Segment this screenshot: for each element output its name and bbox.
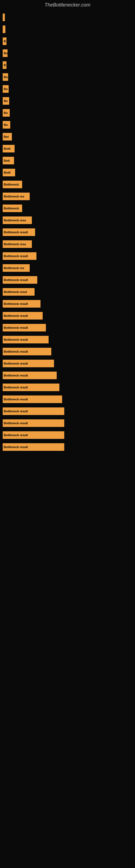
site-title: TheBottlenecker.com: [0, 0, 135, 9]
bar-item: Bo: [3, 50, 8, 57]
bar-row: Bottleneck result: [3, 370, 135, 381]
bar-item: Bottleneck result: [3, 431, 64, 439]
bar-item: Bo: [3, 121, 10, 129]
bar-item: Bottleneck result: [3, 372, 57, 379]
bar-row: Bottleneck result: [3, 274, 135, 286]
bar-row: B: [3, 59, 135, 71]
bar-item: Bottl: [3, 169, 15, 176]
bar-item: Bottleneck: [3, 181, 22, 188]
bar-row: Bottleneck result: [3, 322, 135, 333]
bar-row: Bottleneck res: [3, 191, 135, 202]
bar-item: Bottleneck result: [3, 443, 64, 451]
bar-row: Bottleneck result: [3, 250, 135, 262]
bar-row: Bo: [3, 48, 135, 59]
bar-item: B: [3, 37, 6, 45]
bar-item: Bottleneck result: [3, 420, 64, 427]
bar-item: Bo: [3, 73, 8, 81]
bar-row: Bottleneck res: [3, 262, 135, 274]
bar-row: Bottleneck: [3, 203, 135, 214]
bar-row: [3, 24, 135, 35]
bar-row: Bo: [3, 95, 135, 106]
site-title-container: TheBottlenecker.com: [0, 0, 135, 9]
bar-row: Bottleneck result: [3, 441, 135, 453]
bar-row: Bottleneck result: [3, 298, 135, 310]
bar-row: Bottleneck result: [3, 382, 135, 393]
bar-row: Bottleneck result: [3, 334, 135, 345]
bar-item: Bottleneck result: [3, 252, 37, 260]
bar-row: Bottleneck resu: [3, 239, 135, 250]
bar-item: Bottleneck result: [3, 348, 51, 355]
bar-row: B: [3, 35, 135, 47]
bar-row: Bottleneck: [3, 179, 135, 190]
bar-row: Bottleneck result: [3, 226, 135, 238]
bar-item: Bott: [3, 157, 14, 164]
bar-item: Bottleneck resul: [3, 288, 35, 296]
bar-item: Bottleneck result: [3, 336, 49, 343]
bar-item: Bottleneck result: [3, 300, 41, 308]
bar-row: Bottleneck result: [3, 310, 135, 321]
bar-item: Bottleneck result: [3, 312, 43, 319]
bar-item: Bot: [3, 133, 12, 141]
bar-item: Bottleneck result: [3, 383, 59, 391]
bar-row: Bottleneck resu: [3, 215, 135, 226]
bar-item: Bottl: [3, 145, 14, 152]
bar-item: Bottleneck resu: [3, 216, 32, 224]
bar-item: B: [3, 61, 6, 69]
bar-item: Bottleneck result: [3, 276, 37, 284]
bar-item: Bottleneck result: [3, 360, 54, 367]
bar-item: Bottleneck resu: [3, 240, 32, 248]
bar-row: Bottleneck result: [3, 417, 135, 429]
bar-row: Bottleneck result: [3, 405, 135, 417]
bar-item: Bottleneck result: [3, 324, 46, 332]
bar-row: Bo: [3, 107, 135, 119]
bar-item: Bottleneck result: [3, 407, 64, 415]
bar-item: [3, 26, 5, 33]
bar-item: Bottleneck: [3, 205, 22, 212]
bar-item: [3, 13, 5, 21]
bar-item: Bottleneck res: [3, 193, 30, 200]
bar-row: Bo: [3, 83, 135, 95]
bars-container: BBoBBoBoBoBoBoBotBottlBottBottlBottlenec…: [0, 9, 135, 456]
bar-item: Bo: [3, 85, 9, 93]
bar-row: Bottleneck result: [3, 358, 135, 369]
bar-row: Bottl: [3, 143, 135, 154]
bar-row: Bottleneck result: [3, 394, 135, 405]
bar-row: Bo: [3, 119, 135, 130]
bar-item: Bottleneck res: [3, 264, 30, 272]
bar-row: [3, 12, 135, 23]
bar-item: Bottleneck result: [3, 228, 35, 236]
bar-row: Bottleneck result: [3, 429, 135, 441]
bar-item: Bo: [3, 97, 9, 105]
bar-row: Bot: [3, 131, 135, 143]
bar-row: Bottl: [3, 167, 135, 178]
bar-row: Bottleneck resul: [3, 286, 135, 298]
bar-row: Bott: [3, 155, 135, 166]
bar-item: Bottleneck result: [3, 396, 62, 403]
bar-item: Bo: [3, 109, 10, 117]
bar-row: Bottleneck result: [3, 346, 135, 357]
bar-row: Bo: [3, 71, 135, 83]
